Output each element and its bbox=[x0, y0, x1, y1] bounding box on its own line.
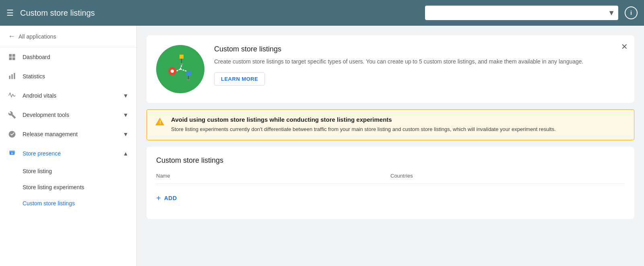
sidebar-item-store-presence[interactable]: Store presence ▲ bbox=[0, 144, 136, 163]
info-card-description: Create custom store listings to target s… bbox=[214, 57, 625, 66]
svg-rect-2 bbox=[14, 73, 15, 79]
warning-triangle-icon: ! bbox=[155, 117, 165, 127]
table-header-name: Name bbox=[156, 173, 390, 179]
statistics-icon bbox=[8, 72, 16, 80]
svg-point-7 bbox=[171, 70, 174, 73]
info-card-title: Custom store listings bbox=[214, 45, 625, 53]
warning-banner: ! Avoid using custom store listings whil… bbox=[147, 109, 634, 140]
page-title: Custom store listings bbox=[20, 8, 419, 18]
android-vitals-icon bbox=[8, 92, 16, 100]
sidebar-sub-item-store-listing[interactable]: Store listing bbox=[0, 163, 136, 179]
back-label: All applications bbox=[19, 33, 56, 40]
store-presence-chevron-icon: ▲ bbox=[123, 150, 128, 157]
close-icon[interactable]: ✕ bbox=[621, 42, 628, 51]
sidebar-item-android-vitals-label: Android vitals bbox=[23, 92, 116, 99]
warning-description: Store listing experiments currently don'… bbox=[171, 125, 556, 133]
sidebar: ← All applications Dashboard Statistics … bbox=[0, 26, 137, 266]
svg-rect-10 bbox=[180, 63, 183, 64]
sidebar-item-development-tools[interactable]: Development tools ▼ bbox=[0, 105, 136, 125]
add-icon: + bbox=[156, 194, 161, 203]
sidebar-item-dashboard-label: Dashboard bbox=[23, 54, 128, 60]
info-card: Custom store listings Create custom stor… bbox=[147, 35, 634, 103]
back-arrow-icon: ← bbox=[8, 32, 15, 41]
release-management-chevron-icon: ▼ bbox=[123, 131, 128, 137]
table-section-title: Custom store listings bbox=[156, 156, 625, 165]
search-input[interactable] bbox=[425, 10, 605, 16]
sidebar-sub-item-custom-store-listings[interactable]: Custom store listings bbox=[0, 195, 136, 211]
android-vitals-chevron-icon: ▼ bbox=[123, 92, 128, 99]
info-card-illustration bbox=[156, 45, 204, 93]
table-header-countries: Countries bbox=[390, 173, 625, 179]
search-dropdown-icon[interactable]: ▼ bbox=[605, 9, 618, 17]
sidebar-item-release-management-label: Release management bbox=[23, 131, 116, 137]
add-row[interactable]: + ADD bbox=[156, 187, 625, 209]
info-icon[interactable]: i bbox=[625, 6, 638, 19]
sidebar-sub-item-store-listing-experiments[interactable]: Store listing experiments bbox=[0, 179, 136, 195]
sidebar-item-dashboard[interactable]: Dashboard bbox=[0, 47, 136, 67]
add-label: ADD bbox=[164, 195, 177, 201]
svg-rect-0 bbox=[9, 76, 10, 79]
top-bar: ☰ Custom store listings ▼ i bbox=[0, 0, 644, 26]
svg-rect-13 bbox=[187, 79, 190, 80]
menu-icon[interactable]: ☰ bbox=[6, 8, 14, 18]
warning-content: Avoid using custom store listings while … bbox=[171, 116, 556, 133]
store-presence-icon bbox=[8, 149, 16, 158]
svg-line-4 bbox=[180, 69, 186, 71]
sidebar-item-android-vitals[interactable]: Android vitals ▼ bbox=[0, 86, 136, 105]
dashboard-icon bbox=[8, 53, 16, 61]
svg-rect-1 bbox=[11, 74, 12, 79]
sidebar-item-development-tools-label: Development tools bbox=[23, 112, 116, 118]
table-section: Custom store listings Name Countries + A… bbox=[147, 147, 634, 219]
search-bar: ▼ bbox=[425, 6, 618, 20]
sidebar-item-store-presence-label: Store presence bbox=[23, 150, 116, 157]
back-to-all-applications[interactable]: ← All applications bbox=[0, 26, 136, 47]
development-tools-icon bbox=[8, 111, 16, 119]
warning-title: Avoid using custom store listings while … bbox=[171, 116, 556, 123]
sidebar-item-statistics-label: Statistics bbox=[23, 73, 128, 80]
development-tools-chevron-icon: ▼ bbox=[123, 112, 128, 118]
learn-more-button[interactable]: LEARN MORE bbox=[214, 72, 265, 86]
info-card-content: Custom store listings Create custom stor… bbox=[214, 45, 625, 86]
sidebar-item-statistics[interactable]: Statistics bbox=[0, 67, 136, 86]
layout: ← All applications Dashboard Statistics … bbox=[0, 26, 644, 266]
release-management-icon bbox=[8, 130, 16, 138]
main-content: Custom store listings Create custom stor… bbox=[137, 26, 644, 266]
table-header: Name Countries bbox=[156, 173, 625, 184]
svg-text:!: ! bbox=[159, 120, 161, 125]
svg-rect-8 bbox=[180, 55, 184, 59]
sidebar-item-release-management[interactable]: Release management ▼ bbox=[0, 125, 136, 144]
